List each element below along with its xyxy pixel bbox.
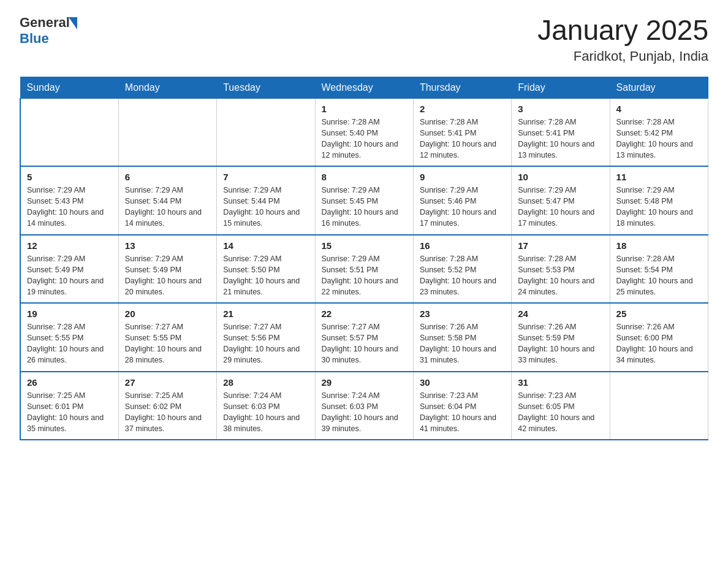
day-number: 15	[322, 240, 407, 251]
calendar-subtitle: Faridkot, Punjab, India	[537, 48, 708, 64]
table-row: 19Sunrise: 7:28 AM Sunset: 5:55 PM Dayli…	[20, 303, 118, 372]
day-info: Sunrise: 7:29 AM Sunset: 5:49 PM Dayligh…	[27, 253, 112, 298]
day-info: Sunrise: 7:25 AM Sunset: 6:02 PM Dayligh…	[125, 390, 210, 435]
table-row	[610, 372, 708, 440]
day-info: Sunrise: 7:29 AM Sunset: 5:45 PM Dayligh…	[322, 185, 407, 229]
day-info: Sunrise: 7:28 AM Sunset: 5:42 PM Dayligh…	[616, 117, 702, 161]
day-number: 2	[420, 104, 505, 114]
calendar-week-row: 12Sunrise: 7:29 AM Sunset: 5:49 PM Dayli…	[20, 235, 708, 304]
day-number: 3	[518, 104, 603, 114]
page-header: General Blue January 2025 Faridkot, Punj…	[20, 15, 708, 64]
calendar-week-row: 5Sunrise: 7:29 AM Sunset: 5:43 PM Daylig…	[20, 166, 708, 235]
day-info: Sunrise: 7:28 AM Sunset: 5:55 PM Dayligh…	[27, 321, 112, 366]
logo-general-text: General	[20, 15, 70, 31]
day-info: Sunrise: 7:29 AM Sunset: 5:47 PM Dayligh…	[518, 185, 603, 229]
day-info: Sunrise: 7:27 AM Sunset: 5:57 PM Dayligh…	[322, 321, 407, 366]
day-info: Sunrise: 7:25 AM Sunset: 6:01 PM Dayligh…	[27, 390, 112, 435]
table-row	[217, 98, 315, 166]
day-info: Sunrise: 7:29 AM Sunset: 5:48 PM Dayligh…	[616, 185, 702, 229]
day-number: 22	[322, 308, 407, 319]
table-row: 16Sunrise: 7:28 AM Sunset: 5:52 PM Dayli…	[413, 235, 511, 304]
day-number: 5	[27, 172, 112, 182]
day-info: Sunrise: 7:29 AM Sunset: 5:49 PM Dayligh…	[125, 253, 210, 298]
day-info: Sunrise: 7:24 AM Sunset: 6:03 PM Dayligh…	[322, 390, 407, 435]
table-row: 17Sunrise: 7:28 AM Sunset: 5:53 PM Dayli…	[512, 235, 610, 304]
table-row: 13Sunrise: 7:29 AM Sunset: 5:49 PM Dayli…	[118, 235, 216, 304]
calendar-header-row: Sunday Monday Tuesday Wednesday Thursday…	[20, 77, 708, 98]
logo-blue-text: Blue	[20, 31, 49, 47]
table-row: 3Sunrise: 7:28 AM Sunset: 5:41 PM Daylig…	[512, 98, 610, 166]
table-row: 7Sunrise: 7:29 AM Sunset: 5:44 PM Daylig…	[217, 166, 315, 235]
table-row: 5Sunrise: 7:29 AM Sunset: 5:43 PM Daylig…	[20, 166, 118, 235]
col-friday: Friday	[512, 77, 610, 98]
day-info: Sunrise: 7:28 AM Sunset: 5:53 PM Dayligh…	[518, 253, 603, 298]
calendar-week-row: 19Sunrise: 7:28 AM Sunset: 5:55 PM Dayli…	[20, 303, 708, 372]
day-number: 26	[27, 377, 112, 388]
table-row: 2Sunrise: 7:28 AM Sunset: 5:41 PM Daylig…	[413, 98, 511, 166]
day-number: 25	[616, 308, 702, 319]
day-number: 20	[125, 308, 210, 319]
day-number: 12	[27, 240, 112, 251]
table-row: 18Sunrise: 7:28 AM Sunset: 5:54 PM Dayli…	[610, 235, 708, 304]
day-number: 4	[616, 104, 702, 114]
calendar-week-row: 26Sunrise: 7:25 AM Sunset: 6:01 PM Dayli…	[20, 372, 708, 440]
day-info: Sunrise: 7:29 AM Sunset: 5:44 PM Dayligh…	[125, 185, 210, 229]
col-sunday: Sunday	[20, 77, 118, 98]
day-info: Sunrise: 7:28 AM Sunset: 5:41 PM Dayligh…	[518, 117, 603, 161]
logo-icon: General Blue	[20, 15, 77, 47]
table-row: 22Sunrise: 7:27 AM Sunset: 5:57 PM Dayli…	[315, 303, 413, 372]
day-number: 23	[420, 308, 505, 319]
table-row: 6Sunrise: 7:29 AM Sunset: 5:44 PM Daylig…	[118, 166, 216, 235]
day-info: Sunrise: 7:29 AM Sunset: 5:43 PM Dayligh…	[27, 185, 112, 229]
day-number: 7	[223, 172, 308, 182]
table-row: 24Sunrise: 7:26 AM Sunset: 5:59 PM Dayli…	[512, 303, 610, 372]
table-row: 25Sunrise: 7:26 AM Sunset: 6:00 PM Dayli…	[610, 303, 708, 372]
day-info: Sunrise: 7:28 AM Sunset: 5:40 PM Dayligh…	[322, 117, 407, 161]
calendar-title: January 2025	[537, 15, 708, 46]
calendar-table: Sunday Monday Tuesday Wednesday Thursday…	[20, 77, 708, 441]
day-info: Sunrise: 7:27 AM Sunset: 5:56 PM Dayligh…	[223, 321, 308, 366]
table-row: 9Sunrise: 7:29 AM Sunset: 5:46 PM Daylig…	[413, 166, 511, 235]
calendar-week-row: 1Sunrise: 7:28 AM Sunset: 5:40 PM Daylig…	[20, 98, 708, 166]
day-info: Sunrise: 7:24 AM Sunset: 6:03 PM Dayligh…	[223, 390, 308, 435]
day-info: Sunrise: 7:26 AM Sunset: 5:59 PM Dayligh…	[518, 321, 603, 366]
table-row: 26Sunrise: 7:25 AM Sunset: 6:01 PM Dayli…	[20, 372, 118, 440]
table-row: 27Sunrise: 7:25 AM Sunset: 6:02 PM Dayli…	[118, 372, 216, 440]
day-info: Sunrise: 7:29 AM Sunset: 5:44 PM Dayligh…	[223, 185, 308, 229]
table-row: 12Sunrise: 7:29 AM Sunset: 5:49 PM Dayli…	[20, 235, 118, 304]
table-row: 29Sunrise: 7:24 AM Sunset: 6:03 PM Dayli…	[315, 372, 413, 440]
table-row: 31Sunrise: 7:23 AM Sunset: 6:05 PM Dayli…	[512, 372, 610, 440]
table-row: 14Sunrise: 7:29 AM Sunset: 5:50 PM Dayli…	[217, 235, 315, 304]
day-number: 31	[518, 377, 603, 388]
day-info: Sunrise: 7:26 AM Sunset: 5:58 PM Dayligh…	[420, 321, 505, 366]
day-number: 30	[420, 377, 505, 388]
table-row: 10Sunrise: 7:29 AM Sunset: 5:47 PM Dayli…	[512, 166, 610, 235]
day-number: 11	[616, 172, 702, 182]
day-number: 29	[322, 377, 407, 388]
table-row: 30Sunrise: 7:23 AM Sunset: 6:04 PM Dayli…	[413, 372, 511, 440]
col-monday: Monday	[118, 77, 216, 98]
day-number: 10	[518, 172, 603, 182]
table-row	[118, 98, 216, 166]
day-number: 21	[223, 308, 308, 319]
day-number: 6	[125, 172, 210, 182]
day-number: 14	[223, 240, 308, 251]
col-thursday: Thursday	[413, 77, 511, 98]
title-block: January 2025 Faridkot, Punjab, India	[537, 15, 708, 64]
day-number: 1	[322, 104, 407, 114]
day-info: Sunrise: 7:29 AM Sunset: 5:51 PM Dayligh…	[322, 253, 407, 298]
table-row: 1Sunrise: 7:28 AM Sunset: 5:40 PM Daylig…	[315, 98, 413, 166]
table-row: 28Sunrise: 7:24 AM Sunset: 6:03 PM Dayli…	[217, 372, 315, 440]
day-number: 19	[27, 308, 112, 319]
table-row: 20Sunrise: 7:27 AM Sunset: 5:55 PM Dayli…	[118, 303, 216, 372]
day-number: 13	[125, 240, 210, 251]
day-info: Sunrise: 7:28 AM Sunset: 5:41 PM Dayligh…	[420, 117, 505, 161]
logo-triangle-icon	[69, 17, 77, 29]
day-number: 27	[125, 377, 210, 388]
day-number: 8	[322, 172, 407, 182]
day-info: Sunrise: 7:28 AM Sunset: 5:54 PM Dayligh…	[616, 253, 702, 298]
table-row: 15Sunrise: 7:29 AM Sunset: 5:51 PM Dayli…	[315, 235, 413, 304]
table-row	[20, 98, 118, 166]
day-info: Sunrise: 7:29 AM Sunset: 5:46 PM Dayligh…	[420, 185, 505, 229]
col-tuesday: Tuesday	[217, 77, 315, 98]
